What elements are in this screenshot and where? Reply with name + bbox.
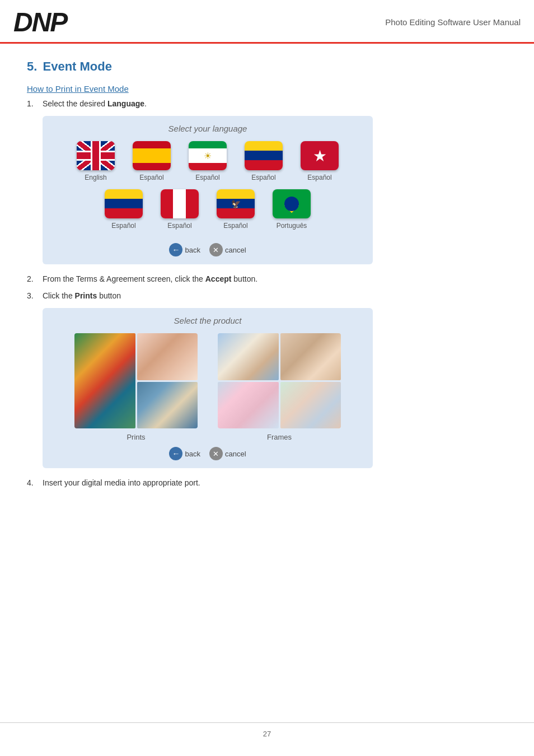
lang-item-espanol-2[interactable]: ☀ Español xyxy=(180,141,236,181)
step-3-num: 3. xyxy=(27,291,43,300)
page-header: DNP Photo Editing Software User Manual xyxy=(0,0,534,44)
flag-colombia2-icon xyxy=(105,189,143,218)
product-panel-title: Select the product xyxy=(43,316,373,325)
photo-bike xyxy=(137,382,198,429)
frames-mosaic xyxy=(218,333,341,428)
step-2-text: From the Terms & Agreement screen, click… xyxy=(43,274,507,283)
flag-spain-icon xyxy=(133,141,171,170)
section-number: 5. xyxy=(27,59,37,73)
lang-item-english[interactable]: English xyxy=(68,141,124,181)
step-3: 3. Click the Prints button xyxy=(27,291,507,300)
photo-couple xyxy=(280,333,341,380)
step-2: 2. From the Terms & Agreement screen, cl… xyxy=(27,274,507,283)
manual-title: Photo Editing Software User Manual xyxy=(385,17,521,27)
flag-brazil-icon xyxy=(273,189,311,218)
prints-mosaic xyxy=(74,333,198,428)
back-button[interactable]: ← back xyxy=(169,243,200,256)
logo: DNP xyxy=(13,7,67,38)
product-back-button[interactable]: ← back xyxy=(169,447,200,460)
step-2-num: 2. xyxy=(27,274,43,283)
product-cancel-icon: ✕ xyxy=(209,447,223,460)
flag-uk-icon xyxy=(77,141,115,170)
lang-label-portugues: Português xyxy=(277,222,307,230)
lang-label-espanol-6: Español xyxy=(167,222,191,230)
page-number: 27 xyxy=(263,730,271,738)
flag-circle-icon: ☀ xyxy=(189,141,227,170)
flag-ecuador-icon: 🦅 xyxy=(217,189,255,218)
product-grid: Prints Frames xyxy=(43,333,373,441)
product-panel-nav: ← back ✕ cancel xyxy=(43,447,373,460)
back-icon: ← xyxy=(169,243,182,256)
lang-item-espanol-5[interactable]: Español xyxy=(96,189,152,230)
lang-item-espanol-6[interactable]: Español xyxy=(152,189,208,230)
product-frames[interactable]: Frames xyxy=(212,333,346,441)
flag-star-icon: ★ xyxy=(301,141,339,170)
subsection-link[interactable]: How to Print in Event Mode xyxy=(27,84,507,94)
step-list: 1. Select the desired Language. Select y… xyxy=(27,99,507,487)
product-back-label: back xyxy=(185,450,200,458)
flag-peru-icon xyxy=(161,189,199,218)
star-symbol: ★ xyxy=(313,147,327,165)
cancel-icon: ✕ xyxy=(209,243,223,256)
step-4-text: Insert your digital media into appropria… xyxy=(43,478,507,487)
lang-label-espanol-7: Español xyxy=(223,222,247,230)
main-content: 5. Event Mode How to Print in Event Mode… xyxy=(0,44,534,511)
product-cancel-label: cancel xyxy=(225,450,246,458)
lang-item-espanol-3[interactable]: Español xyxy=(236,141,292,181)
lang-item-portugues[interactable]: Português xyxy=(264,189,320,230)
product-panel: Select the product Prints xyxy=(43,308,373,468)
cancel-label: cancel xyxy=(225,246,246,254)
section-title: Event Mode xyxy=(43,59,111,73)
photo-parrot xyxy=(74,333,135,428)
lang-label-espanol-3: Español xyxy=(251,174,275,181)
language-panel-title: Select your language xyxy=(43,124,373,133)
photo-woman xyxy=(137,333,198,380)
step-4: 4. Insert your digital media into approp… xyxy=(27,478,507,487)
lang-label-espanol-2: Español xyxy=(195,174,219,181)
lang-label-espanol-1: Español xyxy=(139,174,163,181)
step-1: 1. Select the desired Language. xyxy=(27,99,507,108)
back-label: back xyxy=(185,246,200,254)
section-heading: 5. Event Mode xyxy=(27,59,507,74)
cancel-button[interactable]: ✕ cancel xyxy=(209,243,246,256)
lang-label-english: English xyxy=(85,174,106,181)
language-panel-nav: ← back ✕ cancel xyxy=(43,243,373,256)
step-1-num: 1. xyxy=(27,99,43,108)
product-frames-label: Frames xyxy=(267,433,292,441)
step-3-text: Click the Prints button xyxy=(43,291,507,300)
lang-item-espanol-4[interactable]: ★ Español xyxy=(292,141,348,181)
lang-label-espanol-4: Español xyxy=(307,174,331,181)
language-panel: Select your language English Español xyxy=(43,116,373,264)
lang-item-espanol-1[interactable]: Español xyxy=(124,141,180,181)
lang-item-espanol-7[interactable]: 🦅 Español xyxy=(208,189,264,230)
language-grid: English Español ☀ Español Espa xyxy=(43,141,373,237)
product-prints[interactable]: Prints xyxy=(69,333,203,441)
step-1-text: Select the desired Language. xyxy=(43,99,507,108)
page-footer: 27 xyxy=(0,722,534,745)
lang-label-espanol-5: Español xyxy=(111,222,135,230)
product-prints-label: Prints xyxy=(127,433,145,441)
product-cancel-button[interactable]: ✕ cancel xyxy=(209,447,246,460)
flag-colombia-icon xyxy=(245,141,283,170)
step-4-num: 4. xyxy=(27,478,43,487)
photo-old-woman xyxy=(280,382,341,429)
photo-gift xyxy=(218,382,279,429)
photo-baby xyxy=(218,333,279,380)
product-back-icon: ← xyxy=(169,447,182,460)
